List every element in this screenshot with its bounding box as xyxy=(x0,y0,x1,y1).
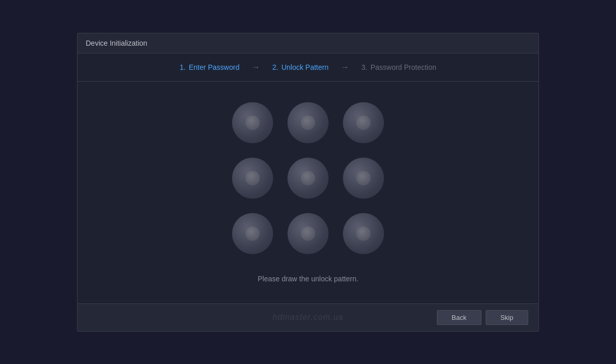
pattern-dot-1[interactable] xyxy=(232,102,273,143)
arrow-1: → xyxy=(252,63,260,72)
pattern-grid xyxy=(232,102,384,254)
dot-inner-7 xyxy=(245,226,260,241)
pattern-dot-7[interactable] xyxy=(232,213,273,254)
dot-inner-2 xyxy=(301,116,315,130)
back-button[interactable]: Back xyxy=(437,310,482,325)
pattern-dot-9[interactable] xyxy=(343,213,384,254)
step-2: 2. Unlock Pattern xyxy=(272,63,329,71)
dot-inner-1 xyxy=(245,116,260,130)
pattern-dot-5[interactable] xyxy=(287,158,329,199)
watermark-text: hdmaster.com.ua xyxy=(273,313,343,322)
pattern-dot-4[interactable] xyxy=(232,158,273,199)
dot-inner-5 xyxy=(301,171,315,185)
dot-inner-8 xyxy=(301,226,315,241)
step-1-number: 1. xyxy=(180,63,186,71)
dot-inner-3 xyxy=(356,116,371,130)
dialog-footer: hdmaster.com.ua Back Skip xyxy=(78,303,538,331)
pattern-dot-6[interactable] xyxy=(343,158,384,199)
step-3: 3. Password Protection xyxy=(361,63,436,71)
dot-inner-6 xyxy=(356,171,371,185)
step-1-label: Enter Password xyxy=(189,63,240,71)
dot-inner-9 xyxy=(356,226,371,241)
device-initialization-dialog: Device Initialization 1. Enter Password … xyxy=(77,33,539,332)
steps-bar: 1. Enter Password → 2. Unlock Pattern → … xyxy=(78,53,538,82)
arrow-2: → xyxy=(341,63,349,72)
step-2-number: 2. xyxy=(272,63,278,71)
skip-button[interactable]: Skip xyxy=(486,310,528,325)
step-1: 1. Enter Password xyxy=(180,63,240,71)
step-2-label: Unlock Pattern xyxy=(281,63,329,71)
step-3-number: 3. xyxy=(361,63,368,71)
dialog-content: Please draw the unlock pattern. xyxy=(78,82,538,303)
step-3-label: Password Protection xyxy=(371,63,436,71)
instruction-text: Please draw the unlock pattern. xyxy=(258,275,358,283)
dialog-title: Device Initialization xyxy=(86,39,147,47)
pattern-dot-3[interactable] xyxy=(343,102,384,143)
dot-inner-4 xyxy=(245,171,260,185)
pattern-dot-8[interactable] xyxy=(287,213,329,254)
pattern-dot-2[interactable] xyxy=(287,102,329,143)
dialog-titlebar: Device Initialization xyxy=(78,33,538,53)
